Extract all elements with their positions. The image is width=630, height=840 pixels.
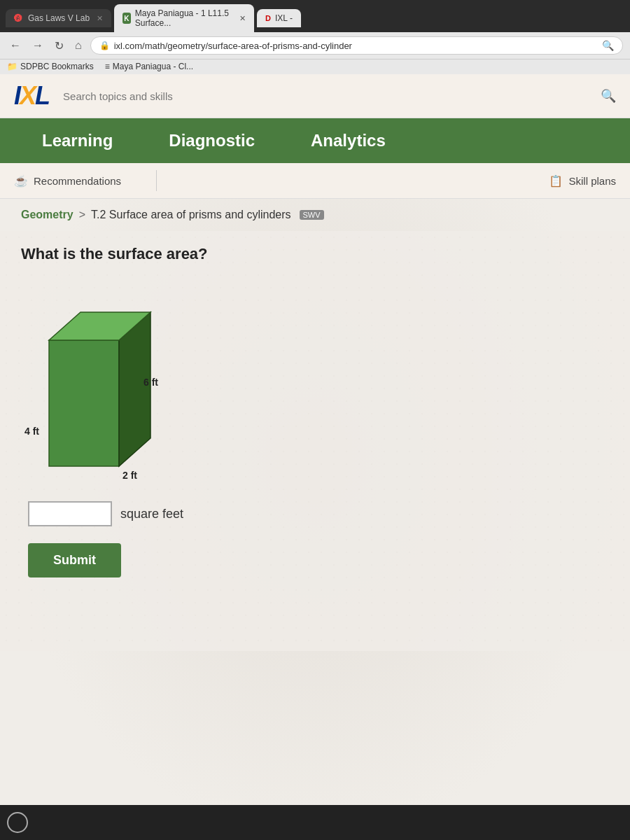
tab-label-ixl: Maya Paniagua - 1 L11.5 Surface... bbox=[135, 8, 232, 28]
answer-input[interactable] bbox=[28, 501, 112, 526]
bookmark-sdpbc[interactable]: 📁 SDPBC Bookmarks bbox=[7, 62, 94, 71]
prism-svg: 6 ft 4 ft 2 ft bbox=[21, 284, 175, 487]
svg-text:6 ft: 6 ft bbox=[144, 377, 158, 388]
lock-icon: 🔒 bbox=[99, 41, 110, 50]
breadcrumb-current: T.2 Surface area of prisms and cylinders bbox=[91, 209, 290, 221]
question-title: What is the surface area? bbox=[21, 245, 609, 263]
shape-area: 6 ft 4 ft 2 ft bbox=[21, 284, 609, 480]
bookmark-sdpbc-label: SDPBC Bookmarks bbox=[20, 62, 94, 71]
back-button[interactable]: ← bbox=[7, 38, 24, 53]
recommendations-label: Recommendations bbox=[34, 175, 121, 187]
breadcrumb: Geometry > T.2 Surface area of prisms an… bbox=[0, 199, 630, 231]
logo-i: I bbox=[14, 81, 20, 110]
search-bar[interactable]: 🔍 bbox=[63, 84, 616, 108]
search-button[interactable]: 🔍 bbox=[601, 88, 616, 104]
svg-marker-0 bbox=[49, 340, 119, 466]
home-button[interactable]: ⌂ bbox=[72, 38, 85, 53]
taskbar-home-button[interactable] bbox=[7, 812, 28, 833]
nav-learning[interactable]: Learning bbox=[14, 118, 141, 163]
tab-ixl-maya[interactable]: K Maya Paniagua - 1 L11.5 Surface... ✕ bbox=[114, 4, 254, 32]
breadcrumb-parent[interactable]: Geometry bbox=[21, 209, 74, 221]
bookmark-sdpbc-icon: 📁 bbox=[7, 62, 18, 71]
bookmark-maya-icon: ≡ bbox=[105, 62, 110, 71]
forward-button[interactable]: → bbox=[29, 38, 46, 53]
nav-analytics[interactable]: Analytics bbox=[283, 118, 414, 163]
subnav-divider bbox=[156, 170, 157, 191]
refresh-button[interactable]: ↻ bbox=[52, 38, 66, 54]
subnav-skill-plans[interactable]: 📋 Skill plans bbox=[549, 174, 616, 188]
search-input[interactable] bbox=[63, 90, 601, 102]
logo-l: L bbox=[35, 81, 49, 110]
svg-text:2 ft: 2 ft bbox=[122, 470, 137, 481]
tab-close-ixl[interactable]: ✕ bbox=[239, 14, 246, 23]
ixl-nav: Learning Diagnostic Analytics bbox=[0, 118, 630, 163]
subnav-recommendations[interactable]: ☕ Recommendations bbox=[14, 174, 121, 188]
ixl-subnav: ☕ Recommendations 📋 Skill plans bbox=[0, 163, 630, 199]
address-bar-row: ← → ↻ ⌂ 🔒 ixl.com/math/geometry/surface-… bbox=[0, 32, 630, 59]
answer-unit: square feet bbox=[120, 507, 183, 522]
nav-diagnostic[interactable]: Diagnostic bbox=[141, 118, 283, 163]
browser-chrome: 🅐 Gas Laws V Lab ✕ K Maya Paniagua - 1 L… bbox=[0, 0, 630, 74]
content-area: What is the surface area? bbox=[0, 231, 630, 651]
svg-text:4 ft: 4 ft bbox=[24, 426, 39, 437]
ixl-page: IXL 🔍 Learning Diagnostic Analytics ☕ Re… bbox=[0, 74, 630, 840]
answer-area: square feet bbox=[28, 501, 609, 526]
tab-favicon-gas-laws: 🅐 bbox=[14, 13, 24, 23]
tab-label-gas-laws: Gas Laws V Lab bbox=[28, 13, 90, 23]
logo-x: X bbox=[20, 81, 35, 110]
skill-plans-label: Skill plans bbox=[568, 175, 616, 187]
ixl-header: IXL 🔍 bbox=[0, 74, 630, 118]
submit-button[interactable]: Submit bbox=[28, 543, 121, 578]
address-text: ixl.com/math/geometry/surface-area-of-pr… bbox=[114, 41, 352, 51]
bookmark-maya[interactable]: ≡ Maya Paniagua - Cl... bbox=[105, 62, 193, 71]
ixl-logo: IXL bbox=[14, 81, 49, 111]
address-bar[interactable]: 🔒 ixl.com/math/geometry/surface-area-of-… bbox=[90, 36, 623, 55]
breadcrumb-badge: SWV bbox=[300, 210, 324, 220]
recommendations-icon: ☕ bbox=[14, 174, 28, 188]
tab-gas-laws[interactable]: 🅐 Gas Laws V Lab ✕ bbox=[6, 9, 111, 27]
tab-close-gas-laws[interactable]: ✕ bbox=[97, 14, 103, 23]
tab-bar: 🅐 Gas Laws V Lab ✕ K Maya Paniagua - 1 L… bbox=[0, 0, 630, 32]
shape-container: 6 ft 4 ft 2 ft bbox=[21, 284, 175, 480]
bookmarks-bar: 📁 SDPBC Bookmarks ≡ Maya Paniagua - Cl..… bbox=[0, 59, 630, 74]
tab-label-extra: IXL - bbox=[275, 13, 293, 23]
tab-favicon-ixl: K bbox=[122, 13, 131, 24]
tab-ixl-extra[interactable]: D IXL - bbox=[257, 9, 301, 27]
bookmark-maya-label: Maya Paniagua - Cl... bbox=[113, 62, 193, 71]
breadcrumb-separator: > bbox=[79, 209, 85, 221]
taskbar bbox=[0, 805, 630, 840]
tab-favicon-extra: D bbox=[265, 14, 271, 22]
skill-plans-icon: 📋 bbox=[549, 174, 563, 188]
address-search-icon: 🔍 bbox=[602, 40, 614, 51]
content-wrapper: What is the surface area? bbox=[0, 231, 630, 651]
